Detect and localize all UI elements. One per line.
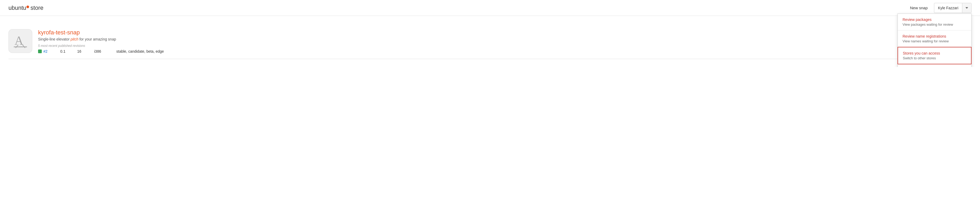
revision-num-text: #2 bbox=[43, 49, 48, 53]
snap-name[interactable]: kyrofa-test-snap bbox=[38, 29, 972, 36]
header: ubuntu store New snap Kyle Fazzari Revie… bbox=[0, 0, 980, 16]
snap-desc-pitch: pitch bbox=[71, 37, 78, 41]
user-name-label: Kyle Fazzari bbox=[934, 3, 962, 13]
snap-desc-prefix: Single-line elevator bbox=[38, 37, 71, 41]
new-snap-link[interactable]: New snap bbox=[910, 6, 928, 10]
store-text: store bbox=[30, 5, 43, 11]
snap-card: A kyrofa-test-snap Single-line elevator … bbox=[8, 24, 972, 59]
chevron-part bbox=[962, 3, 971, 13]
stores-access-title[interactable]: Stores you can access bbox=[903, 51, 966, 55]
user-menu-container: Kyle Fazzari Review packages View packag… bbox=[934, 3, 972, 13]
ubuntu-logo: ubuntu bbox=[8, 5, 29, 11]
snap-icon: A bbox=[8, 29, 32, 53]
revision-version: 0.1 bbox=[60, 49, 71, 53]
dropdown-account-details[interactable]: Account details bbox=[898, 64, 971, 67]
snap-info: kyrofa-test-snap Single-line elevator pi… bbox=[38, 29, 972, 53]
ubuntu-dot bbox=[26, 6, 29, 8]
logo-area: ubuntu store bbox=[8, 5, 43, 11]
review-packages-title[interactable]: Review packages bbox=[902, 18, 967, 22]
revision-row: #2 0.1 16 i386 stable, candidate, beta, … bbox=[38, 49, 972, 53]
review-names-title[interactable]: Review name registrations bbox=[902, 34, 967, 38]
snap-desc-suffix: for your amazing snap bbox=[78, 37, 116, 41]
dropdown-review-names[interactable]: Review name registrations View names wai… bbox=[898, 30, 971, 47]
main-content: A kyrofa-test-snap Single-line elevator … bbox=[0, 16, 980, 67]
green-cube-icon bbox=[38, 50, 42, 53]
snap-icon-image: A bbox=[13, 33, 28, 49]
svg-text:A: A bbox=[14, 34, 23, 47]
snap-revisions-label: 5 most recent published revisions bbox=[38, 44, 972, 48]
review-packages-subtitle: View packages waiting for review bbox=[902, 22, 967, 27]
revision-size: 16 bbox=[77, 49, 88, 53]
user-dropdown-menu: Review packages View packages waiting fo… bbox=[897, 13, 972, 67]
snap-description: Single-line elevator pitch for your amaz… bbox=[38, 37, 972, 41]
dropdown-stores-access[interactable]: Stores you can access Switch to other st… bbox=[897, 47, 972, 64]
chevron-down-icon bbox=[966, 7, 968, 9]
revision-number[interactable]: #2 bbox=[38, 49, 54, 53]
user-menu-button[interactable]: Kyle Fazzari bbox=[934, 3, 972, 13]
review-names-subtitle: View names waiting for review bbox=[902, 39, 967, 43]
ubuntu-text: ubuntu bbox=[8, 5, 26, 11]
revision-arch: i386 bbox=[94, 49, 110, 53]
revision-channels: stable, candidate, beta, edge bbox=[116, 49, 164, 53]
dropdown-review-packages[interactable]: Review packages View packages waiting fo… bbox=[898, 14, 971, 30]
stores-access-subtitle: Switch to other stores bbox=[903, 56, 966, 60]
